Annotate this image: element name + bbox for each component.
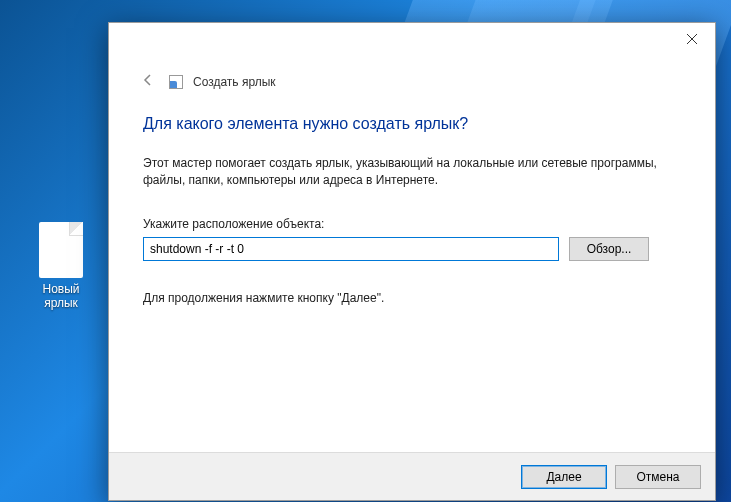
location-field-label: Укажите расположение объекта:	[143, 217, 681, 231]
browse-button[interactable]: Обзор...	[569, 237, 649, 261]
continue-instruction: Для продолжения нажмите кнопку "Далее".	[143, 291, 681, 305]
dialog-body: Для какого элемента нужно создать ярлык?…	[109, 93, 715, 452]
wizard-description: Этот мастер помогает создать ярлык, указ…	[143, 155, 681, 189]
dialog-header: Создать ярлык	[109, 23, 715, 93]
cancel-button[interactable]: Отмена	[615, 465, 701, 489]
location-input[interactable]	[143, 237, 559, 261]
next-button[interactable]: Далее	[521, 465, 607, 489]
desktop-shortcut-label: Новый ярлык	[26, 282, 96, 311]
shortcut-file-icon	[39, 222, 83, 278]
page-title: Для какого элемента нужно создать ярлык?	[143, 115, 681, 133]
dialog-footer: Далее Отмена	[109, 452, 715, 500]
desktop-shortcut-icon[interactable]: Новый ярлык	[26, 222, 96, 311]
create-shortcut-wizard: Создать ярлык Для какого элемента нужно …	[108, 22, 716, 501]
close-button[interactable]	[669, 23, 715, 55]
shortcut-icon	[169, 75, 183, 89]
close-icon	[687, 34, 697, 44]
back-arrow-icon[interactable]	[137, 71, 159, 93]
breadcrumb: Создать ярлык	[193, 75, 276, 89]
